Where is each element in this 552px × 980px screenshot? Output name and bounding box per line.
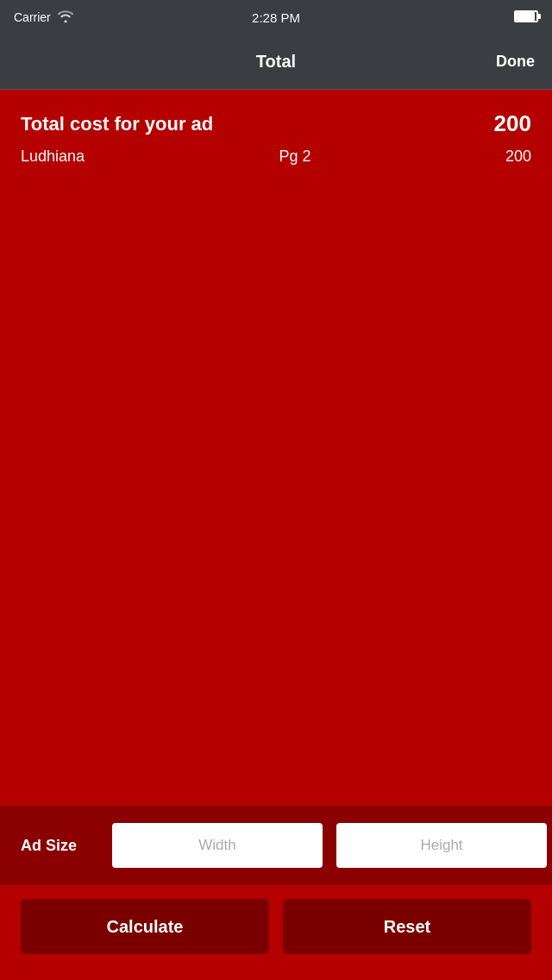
- done-button[interactable]: Done: [496, 53, 535, 71]
- carrier-label: Carrier: [14, 10, 51, 24]
- nav-bar: Total Done: [0, 35, 552, 90]
- detail-city: Ludhiana: [21, 148, 85, 166]
- bottom-section: Ad Size Calculate Reset: [0, 806, 552, 980]
- ad-size-bar: Ad Size: [0, 806, 552, 885]
- wifi-icon: [58, 10, 73, 25]
- status-bar: Carrier 2:28 PM: [0, 0, 552, 35]
- detail-row: Ludhiana Pg 2 200: [21, 148, 531, 166]
- detail-amount: 200: [505, 148, 531, 166]
- width-input[interactable]: [112, 823, 323, 868]
- cost-total: 200: [494, 110, 531, 137]
- action-buttons: Calculate Reset: [0, 885, 552, 980]
- ad-size-label: Ad Size: [21, 837, 98, 855]
- main-content: Total cost for your ad 200 Ludhiana Pg 2…: [0, 90, 552, 166]
- battery-icon: [514, 10, 538, 25]
- height-input[interactable]: [336, 823, 547, 868]
- reset-button[interactable]: Reset: [283, 899, 531, 954]
- cost-label: Total cost for your ad: [21, 113, 213, 135]
- detail-page: Pg 2: [279, 148, 311, 166]
- status-time: 2:28 PM: [252, 10, 300, 25]
- nav-title: Total: [256, 52, 296, 72]
- calculate-button[interactable]: Calculate: [21, 899, 269, 954]
- status-left: Carrier: [14, 10, 73, 25]
- cost-row: Total cost for your ad 200: [21, 110, 531, 137]
